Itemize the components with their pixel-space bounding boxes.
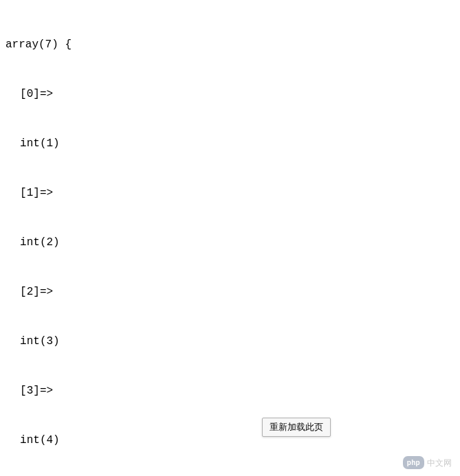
watermark-badge: php [403, 456, 424, 469]
array1-val: int(2) [6, 234, 454, 251]
array1-key: [1]=> [6, 185, 454, 201]
array1-val: int(3) [6, 333, 454, 350]
tooltip-text: 重新加载此页 [270, 422, 323, 432]
array1-header: array(7) { [6, 36, 454, 53]
array1-key: [0]=> [6, 86, 454, 102]
site-watermark: php 中文网 [403, 456, 452, 469]
reload-page-tooltip: 重新加载此页 [262, 418, 331, 437]
array1-val: int(4) [6, 432, 454, 449]
array1-key: [2]=> [6, 284, 454, 300]
array1-key: [3]=> [6, 383, 454, 399]
var-dump-output: array(7) { [0]=> int(1) [1]=> int(2) [2]… [6, 3, 454, 476]
array1-val: int(1) [6, 135, 454, 152]
watermark-text: 中文网 [427, 457, 452, 469]
